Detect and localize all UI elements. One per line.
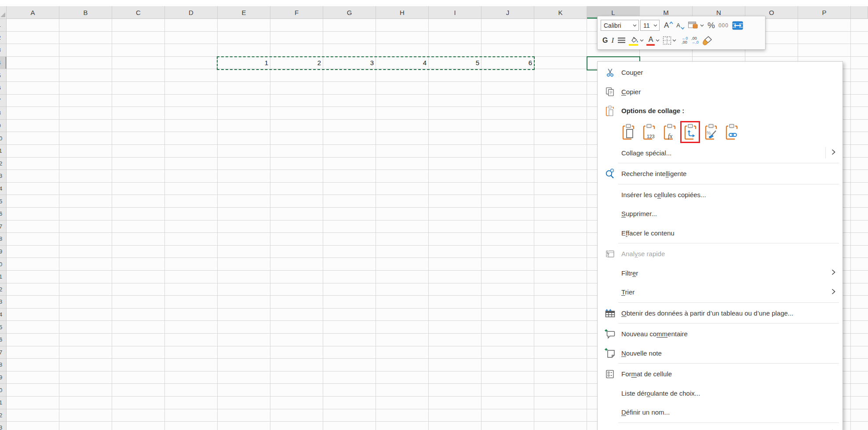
row-header-11[interactable]: 11: [0, 145, 7, 158]
svg-text:123: 123: [647, 134, 655, 139]
fill-color-button[interactable]: [627, 34, 641, 47]
row-header-32[interactable]: 32: [0, 409, 7, 422]
merge-cells-button[interactable]: [730, 19, 745, 32]
row-header-26[interactable]: 26: [0, 334, 7, 346]
menu-item-label: Format de cellule: [621, 370, 672, 378]
align-center-button[interactable]: [616, 34, 627, 47]
menu-item-ins-rer-les-cellules-copi-es[interactable]: Insérer les cellules copiées...: [598, 185, 842, 205]
paste-values-icon[interactable]: 123: [639, 121, 659, 143]
menu-separator: [618, 163, 839, 163]
column-header-D[interactable]: D: [165, 6, 218, 18]
row-header-8[interactable]: 8: [0, 107, 7, 120]
row-header-29[interactable]: 29: [0, 371, 7, 384]
row-header-33[interactable]: 33: [0, 422, 7, 430]
increase-decimal-button[interactable]: ,00 →,0: [689, 34, 700, 47]
mini-toolbar-row-1: Calibri 11 A A: [601, 18, 762, 33]
menu-item-obtenir-des-donn-es-partir-d-un-tableau-[interactable]: Obtenir des données à partir d’un tablea…: [598, 304, 842, 323]
column-header-F[interactable]: F: [270, 6, 323, 18]
cell-E4[interactable]: 1: [218, 57, 270, 69]
menu-item-nouvelle-note[interactable]: Nouvelle note: [598, 344, 842, 363]
row-header-2[interactable]: 2: [0, 32, 7, 44]
row-header-6[interactable]: 6: [0, 82, 7, 95]
row-header-22[interactable]: 22: [0, 283, 7, 296]
cell-I4[interactable]: 5: [429, 57, 481, 69]
font-color-button[interactable]: A: [645, 34, 656, 47]
row-header-7[interactable]: 7: [0, 95, 7, 107]
menu-item-copier[interactable]: Copier: [598, 82, 842, 102]
paste-link-icon[interactable]: [722, 121, 741, 143]
cell-F4[interactable]: 2: [270, 57, 323, 69]
column-header-partial[interactable]: [851, 6, 868, 18]
menu-item-trier[interactable]: Trier: [598, 283, 842, 302]
row-header-12[interactable]: 12: [0, 158, 7, 170]
paste-formatting-icon[interactable]: %: [701, 121, 721, 143]
menu-item-collage-sp-cial[interactable]: Collage spécial...: [598, 143, 842, 163]
column-header-I[interactable]: I: [429, 6, 481, 18]
row-header-30[interactable]: 30: [0, 384, 7, 397]
paste-formulas-icon[interactable]: fx: [660, 121, 679, 143]
column-header-K[interactable]: K: [534, 6, 587, 18]
menu-item-filtrer[interactable]: Filtrer: [598, 264, 842, 283]
row-header-20[interactable]: 20: [0, 258, 7, 271]
column-header-H[interactable]: H: [376, 6, 429, 18]
row-header-28[interactable]: 28: [0, 359, 7, 371]
format-painter-button[interactable]: [700, 34, 715, 47]
menu-item-effacer-le-contenu[interactable]: Effacer le contenu: [598, 224, 842, 243]
thousands-style-button[interactable]: 000: [717, 19, 730, 32]
cell-G4[interactable]: 3: [323, 57, 376, 69]
row-header-24[interactable]: 24: [0, 309, 7, 321]
percent-style-button[interactable]: %: [706, 19, 717, 32]
select-all-corner[interactable]: [0, 6, 7, 19]
paste-transpose-icon-highlighted[interactable]: [680, 121, 700, 143]
row-header-27[interactable]: 27: [0, 346, 7, 359]
grow-font-button[interactable]: A: [662, 19, 675, 32]
row-header-9[interactable]: 9: [0, 120, 7, 132]
menu-item-options-de-collage[interactable]: Options de collage :: [598, 101, 842, 121]
column-header-B[interactable]: B: [59, 6, 112, 18]
row-header-18[interactable]: 18: [0, 233, 7, 246]
smart-lookup-icon: i: [604, 168, 616, 180]
row-header-10[interactable]: 10: [0, 132, 7, 145]
menu-item-supprimer[interactable]: Supprimer...: [598, 204, 842, 224]
caret-down-icon: [681, 27, 685, 29]
row-header-14[interactable]: 14: [0, 183, 7, 195]
row-header-4[interactable]: 4: [0, 57, 7, 70]
row-header-13[interactable]: 13: [0, 170, 7, 183]
bold-button[interactable]: G: [601, 34, 609, 47]
row-header-5[interactable]: 5: [0, 69, 7, 82]
menu-item-nouveau-commentaire[interactable]: Nouveau commentaire: [598, 324, 842, 344]
column-header-E[interactable]: E: [218, 6, 270, 18]
font-select[interactable]: Calibri: [601, 20, 639, 31]
menu-item-lien[interactable]: Lien: [598, 424, 842, 430]
column-header-C[interactable]: C: [112, 6, 165, 18]
column-header-A[interactable]: A: [7, 6, 59, 18]
font-size-select[interactable]: 11: [640, 20, 660, 31]
format-as-table-button[interactable]: [686, 19, 706, 32]
row-header-15[interactable]: 15: [0, 195, 7, 208]
menu-separator: [618, 184, 839, 184]
shrink-font-button[interactable]: A: [675, 19, 686, 32]
cell-J4[interactable]: 6: [481, 57, 534, 69]
menu-item-format-de-cellule[interactable]: Format de cellule: [598, 364, 842, 384]
italic-button[interactable]: I: [609, 34, 616, 47]
row-header-19[interactable]: 19: [0, 246, 7, 258]
paste-icon[interactable]: [618, 121, 638, 143]
decrease-decimal-button[interactable]: ←0 ,00: [680, 34, 689, 47]
menu-item-couper[interactable]: Couper: [598, 63, 842, 82]
column-header-P[interactable]: P: [798, 6, 851, 18]
row-header-17[interactable]: 17: [0, 221, 7, 233]
row-header-23[interactable]: 23: [0, 296, 7, 309]
row-header-25[interactable]: 25: [0, 321, 7, 334]
menu-item-liste-d-roulante-de-choix[interactable]: Liste déroulante de choix...: [598, 384, 842, 403]
column-header-G[interactable]: G: [323, 6, 376, 18]
menu-item-d-finir-un-nom[interactable]: Définir un nom...: [598, 403, 842, 422]
row-header-21[interactable]: 21: [0, 271, 7, 283]
row-header-1[interactable]: 1: [0, 19, 7, 32]
borders-button[interactable]: [661, 34, 678, 47]
column-header-J[interactable]: J: [481, 6, 534, 18]
row-header-31[interactable]: 31: [0, 397, 7, 409]
cell-H4[interactable]: 4: [376, 57, 429, 69]
row-header-16[interactable]: 16: [0, 208, 7, 221]
menu-item-recherche-intelligente[interactable]: iRecherche intelligente: [598, 164, 842, 184]
row-header-3[interactable]: 3: [0, 44, 7, 57]
